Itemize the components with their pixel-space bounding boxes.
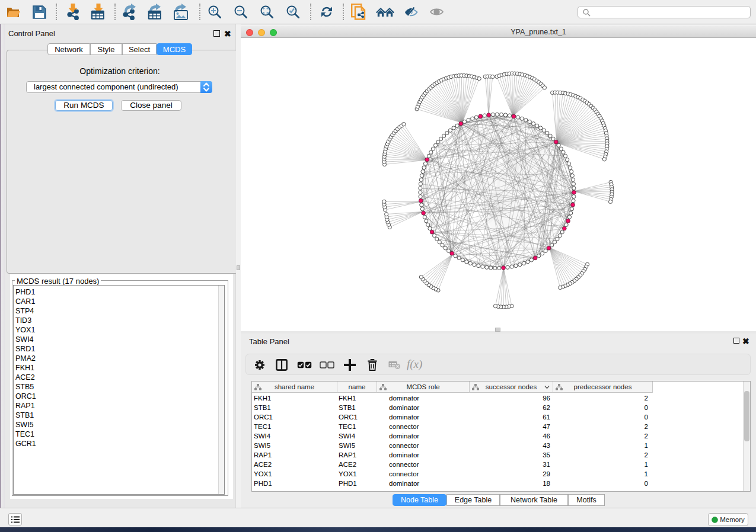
svg-text:f(x): f(x) <box>407 359 422 371</box>
